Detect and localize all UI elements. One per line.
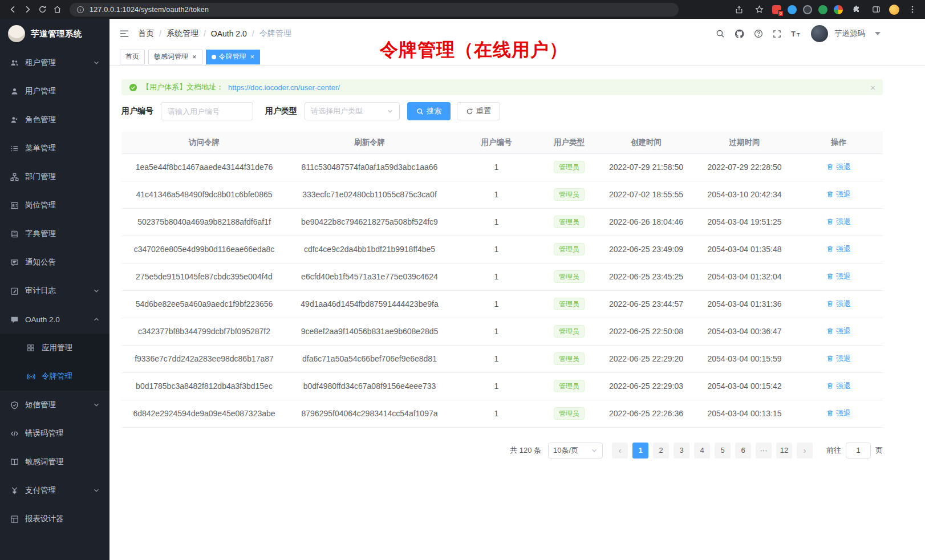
page-size-select[interactable]: 10条/页 <box>548 443 603 458</box>
alert-close-icon[interactable]: × <box>870 83 875 92</box>
force-logout-button[interactable]: 强退 <box>826 271 851 282</box>
font-size-icon[interactable]: TT <box>791 29 801 38</box>
page-button-1[interactable]: 1 <box>632 443 648 458</box>
browser-profile-avatar[interactable] <box>889 5 899 15</box>
tab-label: 令牌管理 <box>219 52 246 62</box>
extension-dark-icon[interactable] <box>803 5 812 14</box>
tab-close-icon[interactable]: × <box>192 53 197 60</box>
extension-green-icon[interactable] <box>818 5 827 14</box>
column-header: 用户编号 <box>452 132 541 153</box>
sidebar-item-menu[interactable]: 菜单管理 <box>0 134 109 163</box>
trash-icon <box>826 327 834 335</box>
force-logout-button[interactable]: 强退 <box>826 244 851 254</box>
breadcrumb-item[interactable]: 首页 <box>138 29 154 39</box>
force-logout-button[interactable]: 强退 <box>826 408 851 419</box>
extensions-puzzle-icon[interactable] <box>849 3 863 17</box>
sidebar-item-error-code[interactable]: 错误码管理 <box>0 419 109 448</box>
search-icon[interactable] <box>716 29 725 38</box>
browser-menu-icon[interactable] <box>906 3 919 17</box>
page-button-4[interactable]: 4 <box>694 443 710 458</box>
fullscreen-icon[interactable] <box>773 30 781 38</box>
force-logout-button[interactable]: 强退 <box>826 299 851 309</box>
sidebar-item-label: 通知公告 <box>25 257 56 267</box>
sidebar-item-dict[interactable]: 字典管理 <box>0 220 109 248</box>
table-body: 1ea5e44f8bc1467aaede43144f31de76811c5304… <box>121 153 883 427</box>
address-bar[interactable]: 127.0.0.1:1024/system/oauth2/token <box>70 3 679 17</box>
github-icon[interactable] <box>735 29 744 39</box>
share-icon[interactable] <box>732 3 746 17</box>
sidebar-item-oauth2-token[interactable]: 令牌管理 <box>0 362 109 391</box>
help-icon[interactable] <box>754 29 763 38</box>
sidebar-item-audit-log[interactable]: 审计日志 <box>0 277 109 305</box>
more-pages-button[interactable]: ··· <box>756 443 772 458</box>
tab-home[interactable]: 首页 <box>120 50 145 64</box>
page-button-2[interactable]: 2 <box>653 443 669 458</box>
reset-refresh-icon <box>466 108 473 115</box>
goto-suffix: 页 <box>875 445 883 456</box>
sidebar-item-sms[interactable]: 短信管理 <box>0 391 109 419</box>
user-name[interactable]: 芋道源码 <box>834 29 865 39</box>
page-button-5[interactable]: 5 <box>715 443 731 458</box>
force-logout-button[interactable]: 强退 <box>826 189 851 200</box>
forward-icon[interactable] <box>21 3 34 17</box>
sidebar-item-post[interactable]: 岗位管理 <box>0 191 109 220</box>
user-type-label: 用户类型 <box>265 106 297 116</box>
sidebar-item-oauth2[interactable]: OAuth 2.0 <box>0 305 109 334</box>
user-id-label: 用户编号 <box>121 106 153 116</box>
log-icon <box>10 287 19 295</box>
chevron-down-icon[interactable] <box>875 32 881 35</box>
breadcrumb-item[interactable]: OAuth 2.0 <box>211 29 247 38</box>
sidebar-item-pay[interactable]: 支付管理 <box>0 476 109 505</box>
breadcrumb-item[interactable]: 系统管理 <box>167 29 198 39</box>
page-button-12[interactable]: 12 <box>776 443 792 458</box>
pay-icon <box>10 486 19 495</box>
sidebar-item-user[interactable]: 用户管理 <box>0 77 109 105</box>
force-logout-button[interactable]: 强退 <box>826 326 851 336</box>
side-panel-icon[interactable] <box>869 3 883 17</box>
page-button-6[interactable]: 6 <box>735 443 751 458</box>
user-avatar[interactable] <box>811 25 828 42</box>
search-button[interactable]: 搜索 <box>407 102 451 120</box>
user-type-select[interactable]: 请选择用户类型 <box>305 102 400 120</box>
url-text: 127.0.0.1:1024/system/oauth2/token <box>90 6 209 14</box>
sidebar-item-tenant[interactable]: 租户管理 <box>0 48 109 77</box>
sidebar-item-notice[interactable]: 通知公告 <box>0 248 109 277</box>
force-logout-button[interactable]: 强退 <box>826 354 851 364</box>
info-icon[interactable] <box>76 5 85 14</box>
tab-token[interactable]: 令牌管理× <box>206 50 261 64</box>
sidebar-item-oauth2-app[interactable]: 应用管理 <box>0 334 109 362</box>
sidebar-item-role[interactable]: 角色管理 <box>0 105 109 134</box>
reload-icon[interactable] <box>35 3 49 17</box>
extension-colorful-icon[interactable] <box>834 5 843 14</box>
chevron-down-icon <box>93 401 100 408</box>
force-logout-button[interactable]: 强退 <box>826 162 851 172</box>
sidebar-item-dept[interactable]: 部门管理 <box>0 163 109 191</box>
home-icon[interactable] <box>50 3 64 17</box>
force-logout-button[interactable]: 强退 <box>826 381 851 391</box>
collapse-menu-icon[interactable] <box>119 29 129 38</box>
bookmark-star-icon[interactable] <box>752 3 766 17</box>
user-type-cell: 管理员 <box>541 208 598 236</box>
tab-sensitive-word[interactable]: 敏感词管理× <box>148 50 202 64</box>
extension-blue-icon[interactable] <box>788 5 797 14</box>
sidebar-item-report-designer[interactable]: 报表设计器 <box>0 505 109 533</box>
user-type-cell: 管理员 <box>541 236 598 263</box>
back-icon[interactable] <box>6 3 19 17</box>
page-button-3[interactable]: 3 <box>674 443 689 458</box>
expire-time-cell: 2054-03-10 20:42:34 <box>695 181 794 208</box>
sidebar-item-label: 岗位管理 <box>25 200 56 210</box>
app-logo[interactable]: 芋道管理系统 <box>0 19 109 48</box>
breadcrumb-item: 令牌管理 <box>259 29 291 39</box>
next-page-button[interactable]: › <box>797 443 813 458</box>
alert-doc-link[interactable]: https://doc.iocoder.cn/user-center/ <box>228 83 340 92</box>
reset-button[interactable]: 重置 <box>457 102 500 120</box>
sidebar-item-sensitive-word[interactable]: 敏感词管理 <box>0 448 109 476</box>
prev-page-button[interactable]: ‹ <box>612 443 628 458</box>
goto-page-input[interactable] <box>846 443 871 458</box>
tab-close-icon[interactable]: × <box>250 53 255 60</box>
sidebar-item-label: 审计日志 <box>25 286 56 296</box>
user-id-input[interactable] <box>161 102 253 120</box>
force-logout-button[interactable]: 强退 <box>826 217 851 227</box>
access-token-cell: 54d6be82ee5a460a9aedc1f9bf223656 <box>121 290 287 318</box>
extension-red-icon[interactable]: 0 <box>772 5 781 14</box>
